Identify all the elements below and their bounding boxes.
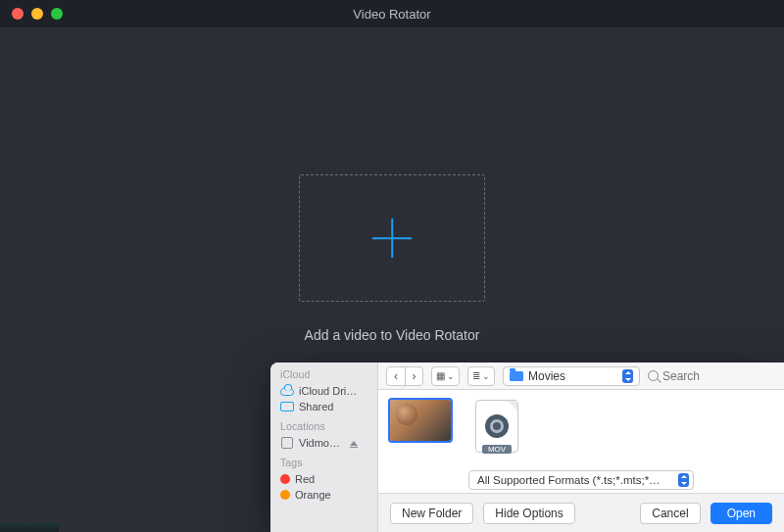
window-title: Video Rotator: [0, 7, 784, 22]
dialog-sidebar: iCloud iCloud Dri… Shared Locations Vidm…: [270, 363, 378, 532]
folder-icon: [510, 371, 523, 381]
sidebar-tag-red[interactable]: Red: [280, 471, 377, 487]
plus-icon: [372, 218, 412, 258]
file-item-mov[interactable]: MOV: [466, 400, 527, 453]
eject-icon[interactable]: [347, 437, 361, 449]
add-video-dropzone[interactable]: [299, 174, 485, 302]
dialog-button-bar: New Folder Hide Options Cancel Open: [378, 493, 784, 532]
hide-options-button[interactable]: Hide Options: [483, 503, 574, 524]
window-controls: [0, 8, 63, 20]
format-row: All Supported Formats (*.ts;*.mts;*…: [378, 467, 784, 493]
video-thumbnail: [390, 400, 451, 441]
cancel-button[interactable]: Cancel: [640, 503, 700, 524]
file-badge: MOV: [482, 445, 512, 454]
minimize-window-button[interactable]: [31, 8, 43, 20]
close-window-button[interactable]: [12, 8, 24, 20]
format-select[interactable]: All Supported Formats (*.ts;*.mts;*…: [468, 470, 694, 490]
tag-dot-icon: [280, 490, 290, 500]
nav-back-forward: ‹ ›: [386, 366, 423, 386]
sidebar-item-shared[interactable]: Shared: [280, 399, 377, 414]
document-icon: MOV: [475, 400, 518, 453]
search-icon: [648, 370, 659, 381]
sidebar-label: Red: [295, 473, 315, 485]
quicktime-icon: [485, 414, 509, 438]
sidebar-tag-orange[interactable]: Orange: [280, 487, 377, 503]
dialog-toolbar: ‹ › ▦⌄ ≣⌄ Movies: [378, 363, 784, 390]
sidebar-header-locations: Locations: [280, 420, 377, 432]
group-icon: ≣: [472, 370, 480, 381]
file-browser[interactable]: MOV: [378, 390, 784, 467]
sidebar-label: Vidmo…: [299, 437, 340, 449]
file-open-dialog: iCloud iCloud Dri… Shared Locations Vidm…: [270, 363, 784, 532]
sidebar-header-tags: Tags: [280, 457, 377, 468]
dock-edge: [0, 522, 59, 532]
sidebar-item-icloud-drive[interactable]: iCloud Dri…: [280, 383, 377, 399]
titlebar: Video Rotator: [0, 0, 784, 27]
location-popup[interactable]: Movies: [503, 366, 640, 386]
updown-icon: [678, 473, 689, 487]
sidebar-label: iCloud Dri…: [299, 385, 357, 397]
dialog-main: ‹ › ▦⌄ ≣⌄ Movies: [378, 363, 784, 532]
shared-folder-icon: [280, 401, 294, 412]
sidebar-header-icloud: iCloud: [280, 368, 377, 380]
view-mode-selector[interactable]: ▦⌄: [431, 366, 460, 386]
search-input[interactable]: [662, 369, 731, 383]
group-by-selector[interactable]: ≣⌄: [467, 366, 495, 386]
new-folder-button[interactable]: New Folder: [390, 503, 473, 524]
disk-icon: [280, 437, 294, 449]
dropzone-caption: Add a video to Video Rotator: [305, 327, 480, 343]
grid-icon: ▦: [436, 370, 445, 381]
updown-icon: [622, 369, 633, 383]
location-label: Movies: [528, 369, 565, 383]
format-label: All Supported Formats (*.ts;*.mts;*…: [477, 474, 678, 486]
sidebar-label: Orange: [295, 489, 331, 501]
sidebar-item-disk[interactable]: Vidmo…: [280, 435, 377, 451]
cloud-icon: [280, 385, 294, 397]
open-button[interactable]: Open: [710, 503, 772, 524]
file-item-video[interactable]: [390, 400, 451, 441]
search-field[interactable]: [648, 369, 776, 383]
nav-back-button[interactable]: ‹: [387, 367, 405, 385]
tag-dot-icon: [280, 474, 290, 484]
nav-forward-button[interactable]: ›: [405, 367, 422, 385]
zoom-window-button[interactable]: [51, 8, 63, 20]
sidebar-label: Shared: [299, 401, 333, 412]
